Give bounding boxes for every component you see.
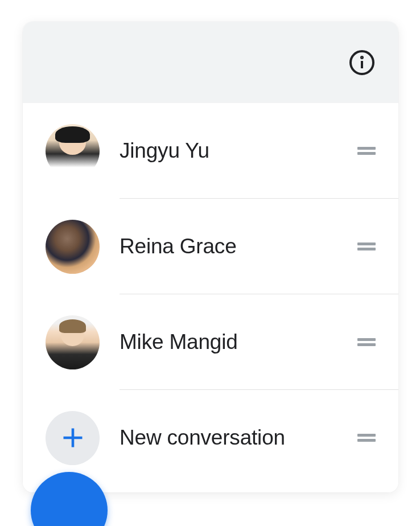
drag-handle-icon[interactable] bbox=[357, 338, 376, 346]
new-conversation-avatar bbox=[46, 411, 100, 465]
drag-handle-icon[interactable] bbox=[357, 243, 376, 250]
conversation-item[interactable]: Mike Mangid bbox=[23, 294, 398, 390]
new-conversation-item[interactable]: New conversation bbox=[23, 390, 398, 486]
info-icon bbox=[348, 49, 376, 76]
drag-handle-icon[interactable] bbox=[357, 147, 376, 155]
avatar bbox=[46, 124, 100, 178]
plus-icon bbox=[60, 425, 85, 450]
conversation-item[interactable]: Jingyu Yu bbox=[23, 103, 398, 199]
svg-point-2 bbox=[361, 57, 363, 58]
new-conversation-label: New conversation bbox=[120, 426, 357, 450]
conversation-name: Reina Grace bbox=[120, 235, 357, 258]
avatar bbox=[46, 315, 100, 369]
info-button[interactable] bbox=[347, 48, 377, 77]
conversation-name: Mike Mangid bbox=[120, 330, 357, 354]
conversation-name: Jingyu Yu bbox=[120, 139, 357, 163]
conversation-list: Jingyu Yu Reina Grace Mike Mangid bbox=[23, 103, 398, 492]
conversation-item[interactable]: Reina Grace bbox=[23, 199, 398, 294]
popup-header bbox=[23, 22, 398, 103]
avatar bbox=[46, 220, 100, 274]
conversation-popup: Jingyu Yu Reina Grace Mike Mangid bbox=[23, 22, 398, 492]
drag-handle-icon[interactable] bbox=[357, 434, 376, 442]
